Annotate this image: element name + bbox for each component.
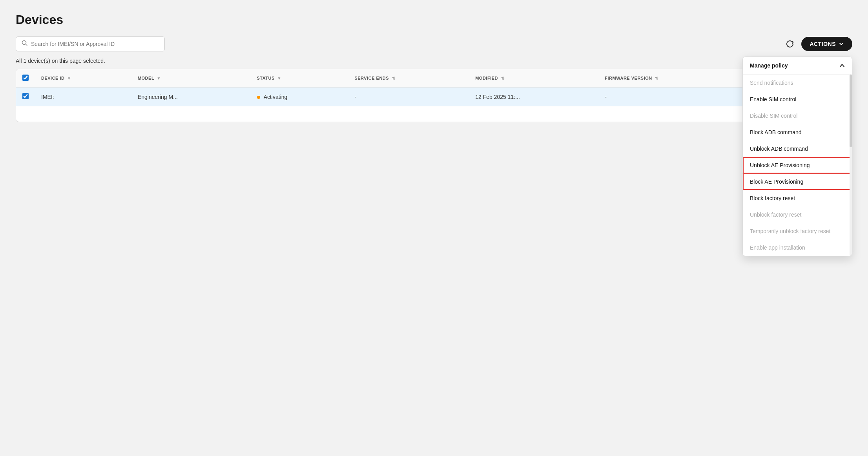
header-device-id: DEVICE ID ▼ <box>35 69 131 88</box>
chevron-down-icon <box>839 42 844 46</box>
service-ends-sort-icon[interactable]: ⇅ <box>392 76 396 80</box>
header-model: MODEL ▼ <box>131 69 251 88</box>
refresh-button[interactable] <box>783 37 797 51</box>
header-modified: MODIFIED ⇅ <box>469 69 598 88</box>
menu-item-temporarily-unblock-factory-reset: Temporarily unblock factory reset <box>743 223 852 239</box>
svg-line-1 <box>26 44 27 46</box>
status-text: Activating <box>264 94 288 100</box>
cell-modified: 12 Feb 2025 11:... <box>469 88 598 106</box>
search-wrapper <box>16 36 165 51</box>
dropdown-scroll-container: Send notifications Enable SIM control Di… <box>743 75 852 256</box>
menu-item-block-factory-reset[interactable]: Block factory reset <box>743 190 852 206</box>
menu-item-send-notifications: Send notifications <box>743 75 852 91</box>
selection-info: All 1 device(s) on this page selected. <box>16 58 852 64</box>
menu-item-unblock-adb-command[interactable]: Unblock ADB command <box>743 140 852 157</box>
search-input[interactable] <box>31 41 159 47</box>
select-all-checkbox[interactable] <box>22 75 29 81</box>
devices-table-container: DEVICE ID ▼ MODEL ▼ STATUS ▼ SERVICE END… <box>16 69 852 122</box>
menu-item-block-ae-provisioning[interactable]: Block AE Provisioning <box>743 173 852 190</box>
status-filter-icon[interactable]: ▼ <box>277 76 281 80</box>
scrollbar-thumb[interactable] <box>850 75 852 147</box>
table-header-row: DEVICE ID ▼ MODEL ▼ STATUS ▼ SERVICE END… <box>16 69 852 88</box>
dropdown-section-header: Manage policy <box>743 57 852 75</box>
menu-item-unblock-ae-provisioning[interactable]: Unblock AE Provisioning <box>743 157 852 173</box>
devices-table: DEVICE ID ▼ MODEL ▼ STATUS ▼ SERVICE END… <box>16 69 852 106</box>
actions-button[interactable]: ACTIONS <box>801 37 853 51</box>
model-filter-icon[interactable]: ▼ <box>157 76 160 80</box>
cell-service-ends: - <box>348 88 469 106</box>
toolbar-right: ACTIONS Manage policy Send notifications… <box>783 37 853 51</box>
device-id-filter-icon[interactable]: ▼ <box>67 76 71 80</box>
toolbar: ACTIONS Manage policy Send notifications… <box>16 36 852 51</box>
pagination-info: 1 - 1 of 1 <box>16 106 852 122</box>
actions-label: ACTIONS <box>810 41 836 47</box>
menu-item-unblock-factory-reset: Unblock factory reset <box>743 206 852 223</box>
modified-sort-icon[interactable]: ⇅ <box>501 76 505 80</box>
chevron-up-icon <box>839 63 845 68</box>
menu-item-disable-sim-control: Disable SIM control <box>743 108 852 124</box>
search-icon <box>22 40 28 48</box>
dropdown-menu: Manage policy Send notifications Enable … <box>742 57 852 256</box>
menu-item-enable-app-installation: Enable app installation <box>743 239 852 256</box>
menu-item-block-adb-command[interactable]: Block ADB command <box>743 124 852 140</box>
header-firmware-version: FIRMWARE VERSION ⇅ <box>598 69 748 88</box>
header-checkbox-cell <box>16 69 35 88</box>
cell-status: Activating <box>251 88 348 106</box>
table-row: IMEI: Engineering M... Activating - 12 F… <box>16 88 852 106</box>
cell-model: Engineering M... <box>131 88 251 106</box>
page-title: Devices <box>16 13 852 27</box>
header-service-ends: SERVICE ENDS ⇅ <box>348 69 469 88</box>
status-indicator <box>257 96 260 99</box>
dropdown-section-label: Manage policy <box>750 62 788 69</box>
row-checkbox-cell <box>16 88 35 106</box>
cell-firmware-version: - <box>598 88 748 106</box>
firmware-sort-icon[interactable]: ⇅ <box>655 76 658 80</box>
row-checkbox[interactable] <box>22 93 29 99</box>
menu-item-enable-sim-control[interactable]: Enable SIM control <box>743 91 852 108</box>
cell-device-id: IMEI: <box>35 88 131 106</box>
refresh-icon <box>786 40 794 48</box>
header-status: STATUS ▼ <box>251 69 348 88</box>
scrollbar-track[interactable] <box>850 75 852 256</box>
